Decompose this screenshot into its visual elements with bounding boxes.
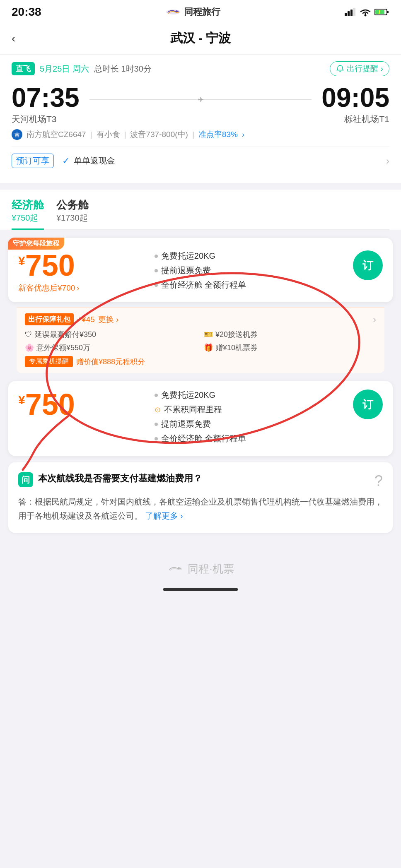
ins-item-3-text: 意外保额¥550万 (36, 343, 90, 353)
feature-2-1: 免费托运20KG (155, 390, 346, 401)
airline-code: 南方航空CZ6647 (27, 129, 86, 140)
dot (155, 269, 158, 272)
svg-text:✈: ✈ (198, 96, 204, 104)
svg-point-6 (365, 14, 367, 17)
dot (155, 255, 158, 258)
features-list-1: 免费托运20KG 提前退票免费 全价经济舱 全额行程单 (146, 250, 346, 294)
shield-ins-icon: 🛡 (25, 330, 32, 339)
insurance-section: 出行保障礼包 +¥45 更换 › › 🛡 延误最高赔付¥350 🎫 ¥20接送机… (8, 307, 393, 373)
price-card-2-inner: ¥ 750 免费托运20KG ⊙ 不累积同程里程 提前退票免费 (18, 390, 383, 447)
flower-ins-icon: 🌸 (25, 343, 34, 352)
plane-on-line-icon: ✈ (89, 96, 312, 104)
promo-chevron: › (386, 155, 389, 167)
flight-line: ✈ (89, 99, 312, 100)
insurance-banner[interactable]: 出行保障礼包 +¥45 更换 › › 🛡 延误最高赔付¥350 🎫 ¥20接送机… (17, 307, 384, 373)
svg-text:南: 南 (14, 132, 20, 138)
ins-promo-row: 专属乘机提醒 赠价值¥888元程积分 (25, 356, 376, 367)
status-time: 20:38 (12, 5, 41, 19)
alert-button[interactable]: 出行提醒 › (330, 61, 389, 76)
tab-business[interactable]: 公务舱 ¥1730起 (56, 198, 89, 229)
home-indicator (163, 588, 238, 591)
cabin-selector: 经济舱 ¥750起 公务舱 ¥1730起 (0, 190, 401, 230)
faq-section: 问 本次航线我是否需要支付基建燃油费用？ ? 答：根据民航局规定，针对国内航线，… (8, 462, 393, 533)
svg-rect-5 (353, 8, 355, 16)
feature-text-2-2: 不累积同程里程 (164, 404, 222, 415)
book-button-1[interactable]: 订 (353, 250, 383, 280)
ins-promo-text: 赠价值¥888元程积分 (76, 357, 145, 367)
feature-1-3: 全价经济舱 全额行程单 (155, 279, 346, 291)
price-card-1-inner: ¥ 750 新客优惠后¥700 › 免费托运20KG 提前退票免费 (18, 250, 383, 294)
dot (155, 423, 158, 426)
page-title: 武汉 - 宁波 (170, 30, 231, 47)
ticket-ins-icon: 🎫 (204, 330, 213, 339)
flight-card: 直飞 5月25日 周六 总时长 1时30分 出行提醒 › 07:35 ✈ 09:… (0, 55, 401, 183)
cabin-tabs: 经济舱 ¥750起 公务舱 ¥1730起 (12, 198, 389, 230)
dot (155, 394, 158, 397)
faq-q-icon: 问 (18, 472, 33, 487)
footer-logo-icon (167, 564, 184, 575)
ins-price: +¥45 (77, 315, 95, 324)
gift-ins-icon: 🎁 (204, 343, 213, 352)
flight-meta-row: 直飞 5月25日 周六 总时长 1时30分 出行提醒 › (12, 55, 389, 80)
book-button-2[interactable]: 订 (353, 390, 383, 419)
ins-change-link[interactable]: 更换 › (98, 314, 119, 325)
feature-text-1-1: 免费托运20KG (161, 250, 215, 262)
ins-tag: 出行保障礼包 (25, 313, 74, 325)
feature-text-1-2: 提前退票免费 (161, 265, 211, 276)
brand-name: 同程旅行 (184, 6, 220, 18)
faq-question-text: 本次航线我是否需要支付基建燃油费用？ (38, 472, 370, 485)
economy-tab-name: 经济舱 (12, 198, 44, 212)
svg-rect-3 (348, 11, 350, 16)
ins-item-1-text: 延误最高赔付¥350 (35, 329, 96, 339)
protect-badge: 守护您每段旅程 (8, 238, 64, 250)
flight-meta-left: 直飞 5月25日 周六 总时长 1时30分 (12, 62, 152, 75)
status-bar: 20:38 同程旅行 (0, 0, 401, 22)
ins-item-2: 🎫 ¥20接送机券 (204, 329, 376, 339)
ins-item-1: 🛡 延误最高赔付¥350 (25, 329, 197, 339)
status-icons (345, 7, 389, 17)
footer: 同程·机票 (0, 549, 401, 608)
svg-rect-8 (387, 11, 389, 13)
features-list-2: 免费托运20KG ⊙ 不累积同程里程 提前退票免费 全价经济舱 全额行程单 (146, 390, 346, 447)
bell-icon (336, 65, 344, 73)
tab-economy[interactable]: 经济舱 ¥750起 (12, 198, 44, 230)
times-row: 07:35 ✈ 09:05 (12, 84, 389, 111)
economy-tab-price: ¥750起 (12, 212, 44, 224)
business-tab-name: 公务舱 (56, 198, 89, 212)
plane-model: 波音737-800(中) (130, 129, 188, 140)
flight-duration: 总时长 1时30分 (94, 63, 152, 75)
airports-row: 天河机场T3 栎社机场T1 (12, 113, 389, 125)
brand-logo-icon (166, 7, 181, 17)
faq-help-icon: ? (374, 472, 383, 490)
warning-icon: ⊙ (155, 405, 161, 414)
alert-label: 出行提醒 (347, 63, 378, 74)
feature-text-1-3: 全价经济舱 全额行程单 (161, 279, 246, 291)
ontime-rate[interactable]: 准点率83% (198, 129, 238, 140)
footer-logo: 同程·机票 (167, 562, 234, 576)
price-sub-1[interactable]: 新客优惠后¥700 › (18, 283, 146, 293)
back-button[interactable]: ‹ (12, 32, 15, 45)
airline-info: 南 南方航空CZ6647 | 有小食 | 波音737-800(中) | 准点率8… (12, 129, 389, 140)
ins-item-2-text: ¥20接送机券 (215, 329, 258, 339)
feature-2-3: 提前退票免费 (155, 418, 346, 430)
faq-answer: 答：根据民航局规定，针对国内航线，各航空运输企业及机票销售代理机构统一代收基建燃… (18, 495, 383, 523)
feature-2-2: ⊙ 不累积同程里程 (155, 404, 346, 415)
feature-text-2-3: 提前退票免费 (161, 418, 211, 430)
faq-link[interactable]: 了解更多 › (145, 511, 183, 520)
departure-time: 07:35 (12, 84, 80, 111)
promo-row[interactable]: 预订可享 ✓ 单单返现金 › (12, 147, 389, 175)
page-header: ‹ 武汉 - 宁波 (0, 22, 401, 55)
wifi-icon (360, 7, 371, 17)
svg-rect-4 (350, 10, 353, 16)
ins-item-4-text: 赠¥10机票券 (215, 343, 258, 353)
promo-cashback: 单单返现金 (74, 155, 115, 166)
promo-tag: 预订可享 (12, 154, 54, 168)
business-tab-price: ¥1730起 (56, 212, 89, 224)
ins-items-grid: 🛡 延误最高赔付¥350 🎫 ¥20接送机券 🌸 意外保额¥550万 🎁 赠¥1… (25, 329, 376, 353)
arrival-time: 09:05 (321, 84, 389, 111)
meal-info: 有小食 (97, 129, 120, 140)
ins-item-4: 🎁 赠¥10机票券 (204, 343, 376, 353)
feature-1-1: 免费托运20KG (155, 250, 346, 262)
feature-text-2-1: 免费托运20KG (161, 390, 215, 401)
promo-price-1: 新客优惠后¥700 (18, 283, 75, 293)
